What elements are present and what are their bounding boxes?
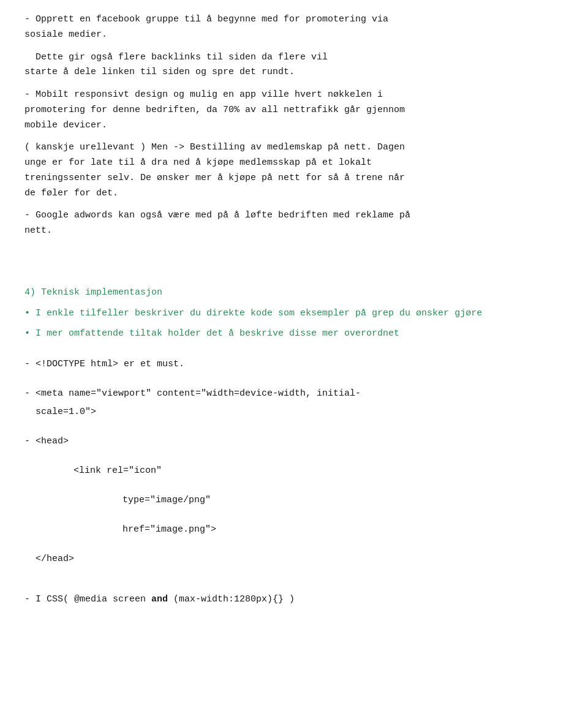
- paragraph-mobilt: - Mobilt responsivt design og mulig en a…: [24, 88, 564, 133]
- code-link-href: href="image.png">: [24, 522, 564, 537]
- bullet-item-2: I mer omfattende tiltak holder det å bes…: [24, 326, 564, 342]
- code-link-type: type="image/png": [24, 493, 564, 508]
- paragraph-backlinks: Dette gir også flere backlinks til siden…: [24, 50, 564, 81]
- paragraph-kanskje: ( kanskje urellevant ) Men -> Bestilling…: [24, 140, 564, 201]
- code-meta-2: scale=1.0">: [24, 405, 564, 420]
- code-head-open: - <head>: [24, 434, 564, 449]
- main-content: - Opprett en facebook gruppe til å begyn…: [24, 12, 564, 607]
- code-link-rel: <link rel="icon": [24, 464, 564, 478]
- section4-heading: 4) Teknisk implementasjon: [24, 285, 564, 300]
- code-meta-1: - <meta name="viewport" content="width=d…: [24, 386, 564, 401]
- code-doctype: - <!DOCTYPE html> er et must.: [24, 357, 564, 372]
- code-head-close: </head>: [24, 552, 564, 567]
- code-css-media: - I CSS( @media screen and (max-width:12…: [24, 592, 564, 607]
- paragraph-google: - Google adwords kan også være med på å …: [24, 208, 564, 239]
- paragraph-facebook: - Opprett en facebook gruppe til å begyn…: [24, 12, 564, 43]
- bullet-item-1: I enkle tilfeller beskriver du direkte k…: [24, 306, 564, 322]
- facebook-text: facebook: [96, 14, 140, 24]
